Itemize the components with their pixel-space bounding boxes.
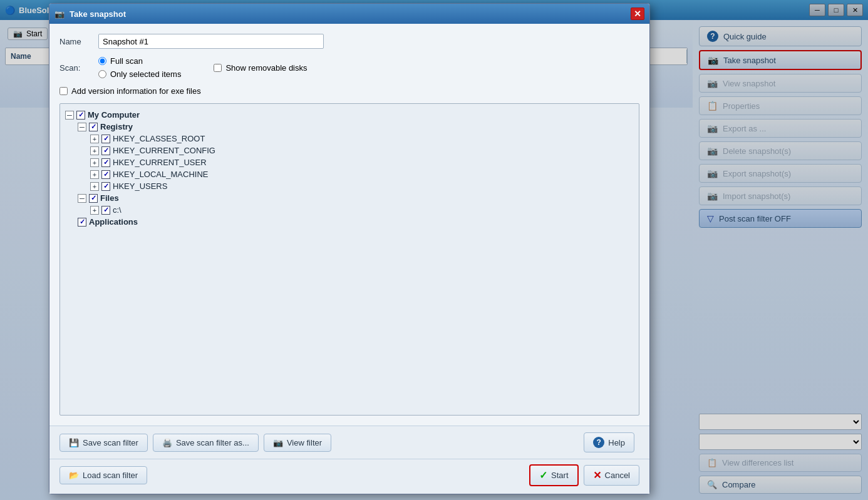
view-filter-button[interactable]: 📷 View filter	[264, 434, 331, 452]
help-btn-icon: ?	[593, 437, 604, 448]
root-checkbox[interactable]	[76, 111, 85, 120]
view-filter-label: View filter	[287, 438, 322, 447]
modal-camera-icon: 📷	[54, 9, 65, 19]
c-checkbox[interactable]	[101, 206, 110, 215]
hkcr-checkbox[interactable]	[101, 135, 110, 143]
start-label: Start	[551, 471, 568, 480]
tree-node-hku[interactable]: + HKEY_USERS	[90, 180, 634, 192]
add-version-row: Add version information for exe files	[59, 86, 639, 96]
files-checkbox[interactable]	[89, 194, 98, 203]
hkcu-expand[interactable]: +	[90, 158, 99, 167]
add-version-label: Add version information for exe files	[71, 86, 201, 96]
hkcr-label: HKEY_CLASSES_ROOT	[113, 134, 205, 143]
tree-container[interactable]: ─ My Computer ─ Registry +	[59, 103, 639, 416]
root-label: My Computer	[88, 110, 140, 120]
tree-node-hkcr[interactable]: + HKEY_CLASSES_ROOT	[90, 133, 634, 145]
tree-node-registry[interactable]: ─ Registry	[78, 121, 634, 133]
tree-node-c[interactable]: + c:\	[90, 204, 634, 216]
modal-body: Name Scan: Full scan Only selected items	[49, 24, 649, 426]
cancel-button[interactable]: ✕ Cancel	[584, 465, 639, 486]
add-version-checkbox[interactable]	[59, 87, 68, 95]
help-button[interactable]: ? Help	[584, 432, 634, 452]
show-removable-label: Show removable disks	[225, 63, 307, 73]
hklm-checkbox[interactable]	[101, 170, 110, 179]
modal-title-text: Take snapshot	[70, 9, 126, 19]
files-label: Files	[100, 193, 119, 203]
hku-checkbox[interactable]	[101, 182, 110, 191]
only-selected-radio[interactable]: Only selected items	[98, 69, 181, 79]
c-label: c:\	[113, 205, 121, 215]
scan-row: Scan: Full scan Only selected items Show…	[59, 56, 639, 79]
registry-label: Registry	[100, 122, 133, 131]
save-filter-button[interactable]: 💾 Save scan filter	[59, 434, 148, 452]
applications-checkbox[interactable]	[78, 218, 86, 227]
hkcu-checkbox[interactable]	[101, 158, 110, 167]
view-filter-icon: 📷	[273, 438, 283, 447]
root-expand[interactable]: ─	[65, 111, 74, 120]
take-snapshot-dialog: 📷 Take snapshot ✕ Name Scan: Full scan	[49, 3, 650, 494]
hkcu-label: HKEY_CURRENT_USER	[113, 158, 207, 167]
full-scan-radio[interactable]: Full scan	[98, 56, 181, 66]
help-label: Help	[608, 438, 625, 447]
save-filter-label: Save scan filter	[83, 438, 138, 447]
applications-label: Applications	[89, 217, 138, 227]
c-expand[interactable]: +	[90, 206, 99, 215]
load-filter-button[interactable]: 📂 Load scan filter	[59, 466, 147, 484]
modal-close-button[interactable]: ✕	[631, 8, 644, 20]
hku-label: HKEY_USERS	[113, 181, 167, 191]
modal-title-left: 📷 Take snapshot	[54, 9, 126, 19]
only-selected-label: Only selected items	[110, 69, 181, 79]
hkcc-checkbox[interactable]	[101, 146, 110, 155]
save-filter-as-label: Save scan filter as...	[176, 438, 249, 447]
name-row: Name	[59, 34, 639, 49]
scan-radio-group: Full scan Only selected items	[98, 56, 181, 79]
tree-node-root[interactable]: ─ My Computer	[65, 109, 634, 121]
save-filter-as-icon: 🖨️	[162, 438, 172, 447]
modal-overlay: 📷 Take snapshot ✕ Name Scan: Full scan	[0, 0, 868, 500]
modal-titlebar: 📷 Take snapshot ✕	[49, 4, 649, 24]
cancel-label: Cancel	[605, 471, 630, 480]
only-selected-input[interactable]	[98, 70, 106, 78]
hkcc-label: HKEY_CURRENT_CONFIG	[113, 146, 215, 155]
start-check-icon: ✓	[539, 469, 547, 481]
root-children: ─ Registry + HKEY_CLASSES_ROOT	[78, 121, 634, 228]
full-scan-label: Full scan	[110, 56, 143, 66]
load-filter-label: Load scan filter	[83, 471, 138, 480]
hku-expand[interactable]: +	[90, 182, 99, 191]
load-filter-icon: 📂	[69, 471, 79, 480]
full-scan-input[interactable]	[98, 57, 106, 65]
files-expand[interactable]: ─	[78, 194, 86, 203]
save-filter-icon: 💾	[69, 438, 79, 447]
tree-node-applications[interactable]: Applications	[78, 216, 634, 228]
tree-node-hkcc[interactable]: + HKEY_CURRENT_CONFIG	[90, 145, 634, 156]
hkcr-expand[interactable]: +	[90, 135, 99, 143]
name-input[interactable]	[98, 34, 324, 49]
files-children: + c:\	[90, 204, 634, 216]
tree-node-files[interactable]: ─ Files	[78, 192, 634, 204]
show-removable-row: Show removable disks	[214, 63, 307, 73]
save-filter-as-button[interactable]: 🖨️ Save scan filter as...	[153, 434, 259, 452]
start-button[interactable]: ✓ Start	[529, 464, 578, 486]
name-label: Name	[59, 37, 91, 46]
registry-checkbox[interactable]	[89, 123, 98, 131]
tree-node-hkcu[interactable]: + HKEY_CURRENT_USER	[90, 156, 634, 168]
show-removable-checkbox[interactable]	[214, 64, 222, 72]
modal-footer: 💾 Save scan filter 🖨️ Save scan filter a…	[49, 426, 649, 459]
scan-label: Scan:	[59, 63, 91, 73]
hkcc-expand[interactable]: +	[90, 146, 99, 155]
hklm-expand[interactable]: +	[90, 170, 99, 179]
cancel-x-icon: ✕	[593, 469, 601, 481]
registry-children: + HKEY_CLASSES_ROOT + HKEY_CURRENT_CONFI…	[90, 133, 634, 192]
registry-expand[interactable]: ─	[78, 123, 86, 131]
hklm-label: HKEY_LOCAL_MACHINE	[113, 170, 208, 179]
modal-footer-2: 📂 Load scan filter ✓ Start ✕ Cancel	[49, 459, 649, 494]
tree-node-hklm[interactable]: + HKEY_LOCAL_MACHINE	[90, 168, 634, 180]
